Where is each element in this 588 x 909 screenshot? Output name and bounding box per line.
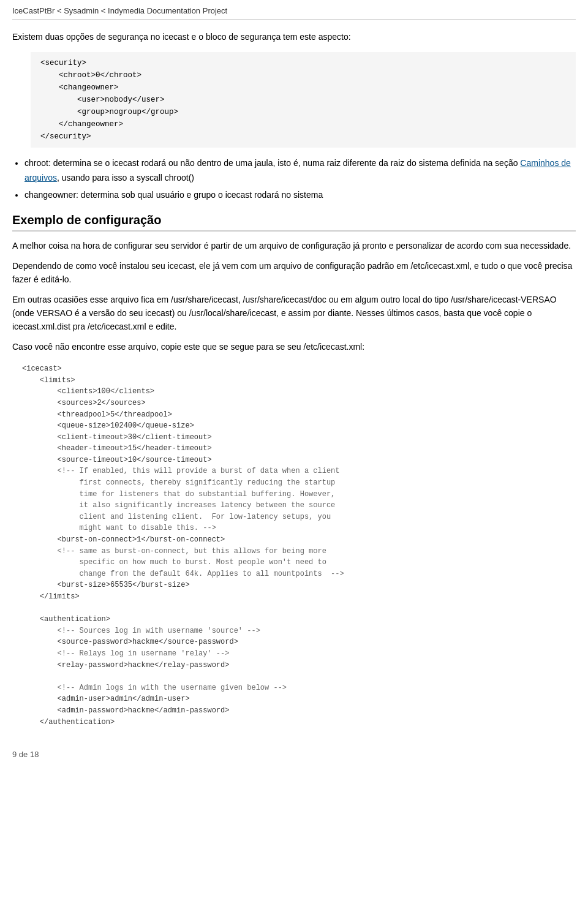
intro-paragraph: Existem duas opções de segurança no icec…: [12, 31, 576, 43]
body-text-3: Em outras ocasiões esse arquivo fica em …: [12, 293, 576, 334]
bullet-list: chroot: determina se o icecast rodará ou…: [24, 156, 576, 202]
main-content: Existem duas opções de segurança no icec…: [12, 31, 576, 731]
section-heading: Exemplo de configuração: [12, 213, 576, 232]
bullet-text-after: , usando para isso a syscall chroot(): [57, 173, 194, 183]
body-text-2: Dependendo de como você instalou seu ice…: [12, 259, 576, 287]
bullet-text-before: chroot: determina se o icecast rodará ou…: [24, 158, 520, 168]
security-code-block: <security> <chroot>0</chroot> <changeown…: [31, 52, 576, 148]
page-footer: 9 de 18: [12, 750, 576, 759]
list-item: changeowner: determina sob qual usuário …: [24, 188, 576, 203]
bullet-text-2: changeowner: determina sob qual usuário …: [24, 190, 323, 200]
body-text-1: A melhor coisa na hora de configurar seu…: [12, 239, 576, 252]
breadcrumb-text: IceCastPtBr < Sysadmin < Indymedia Docum…: [12, 6, 227, 15]
list-item: chroot: determina se o icecast rodará ou…: [24, 156, 576, 186]
body-text-5: Caso você não encontre esse arquivo, cop…: [12, 340, 576, 353]
config-code-block: <icecast> <limits> <clients>100</clients…: [12, 360, 576, 731]
breadcrumb: IceCastPtBr < Sysadmin < Indymedia Docum…: [12, 6, 576, 20]
page-indicator: 9 de 18: [12, 750, 39, 759]
